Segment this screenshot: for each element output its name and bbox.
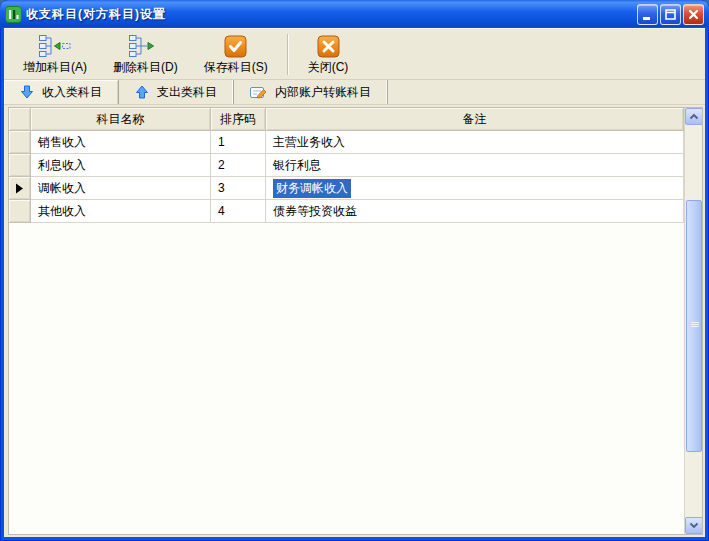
cell-sort-code[interactable]: 4 (211, 200, 266, 223)
cell-sort-code[interactable]: 1 (211, 131, 266, 154)
tab-internal-transfer-label: 内部账户转账科目 (275, 84, 371, 101)
title-bar: 收支科目(对方科目)设置 (0, 0, 709, 28)
current-row-indicator (15, 183, 24, 194)
app-icon (5, 6, 22, 23)
scrollbar-grip (691, 322, 699, 328)
cell-name[interactable]: 其他收入 (31, 200, 211, 223)
cell-remark[interactable]: 主营业务收入 (266, 131, 684, 154)
close-window-icon (687, 8, 700, 21)
close-x-icon (317, 34, 340, 58)
column-header-sort-code[interactable]: 排序码 (211, 108, 266, 131)
add-subject-label: 增加科目(A) (23, 59, 87, 76)
cell-name[interactable]: 销售收入 (31, 131, 211, 154)
tab-expense-label: 支出类科目 (157, 84, 217, 101)
row-selector[interactable] (9, 200, 31, 223)
window-content: 增加科目(A) 删除科目(D) (4, 28, 705, 537)
scroll-down-icon (689, 522, 699, 529)
tab-income-subjects[interactable]: 收入类科目 (4, 80, 119, 104)
delete-subject-icon (129, 34, 161, 58)
grid-table: 科目名称 排序码 备注 销售收入 1 主营业务收入 利息收入 2 银行利息 调帐… (9, 108, 684, 223)
cell-sort-code[interactable]: 3 (211, 177, 266, 200)
scrollbar-thumb[interactable] (686, 200, 702, 452)
tab-income-label: 收入类科目 (42, 84, 102, 101)
scroll-up-button[interactable] (685, 108, 703, 125)
close-button[interactable] (683, 4, 704, 25)
add-subject-button[interactable]: 增加科目(A) (10, 30, 100, 79)
row-selector[interactable] (9, 154, 31, 177)
toolbar: 增加科目(A) 删除科目(D) (4, 28, 705, 79)
delete-subject-label: 删除科目(D) (113, 59, 178, 76)
column-header-name[interactable]: 科目名称 (31, 108, 211, 131)
save-check-icon (224, 34, 247, 58)
subjects-grid: 科目名称 排序码 备注 销售收入 1 主营业务收入 利息收入 2 银行利息 调帐… (8, 107, 703, 535)
tab-internal-transfer-subjects[interactable]: 内部账户转账科目 (234, 80, 388, 104)
transfer-note-icon (250, 85, 267, 99)
close-form-label: 关闭(C) (308, 59, 349, 76)
row-selector-current[interactable] (9, 177, 31, 200)
selected-cell-text: 财务调帐收入 (273, 179, 351, 198)
cell-sort-code[interactable]: 2 (211, 154, 266, 177)
minimize-icon (641, 8, 654, 21)
vertical-scrollbar[interactable] (684, 108, 702, 534)
toolbar-separator (287, 34, 289, 75)
scroll-up-icon (689, 113, 699, 120)
scroll-down-button[interactable] (685, 517, 703, 534)
close-form-button[interactable]: 关闭(C) (295, 30, 362, 79)
cell-name[interactable]: 利息收入 (31, 154, 211, 177)
save-subject-button[interactable]: 保存科目(S) (191, 30, 281, 79)
column-header-remark[interactable]: 备注 (266, 108, 684, 131)
maximize-icon (664, 8, 677, 21)
delete-subject-button[interactable]: 删除科目(D) (100, 30, 191, 79)
row-selector-header (9, 108, 31, 131)
tab-bar: 收入类科目 支出类科目 内部账户转账科目 (4, 79, 705, 105)
tab-expense-subjects[interactable]: 支出类科目 (119, 80, 234, 104)
cell-remark-selected[interactable]: 财务调帐收入 (266, 177, 684, 200)
maximize-button[interactable] (660, 4, 681, 25)
blue-up-arrow-icon (135, 85, 149, 99)
add-subject-icon (39, 34, 71, 58)
save-subject-label: 保存科目(S) (204, 59, 268, 76)
cell-name[interactable]: 调帐收入 (31, 177, 211, 200)
app-window: 收支科目(对方科目)设置 (0, 0, 709, 541)
blue-down-arrow-icon (20, 85, 34, 99)
cell-remark[interactable]: 银行利息 (266, 154, 684, 177)
window-title: 收支科目(对方科目)设置 (26, 6, 637, 23)
row-selector[interactable] (9, 131, 31, 154)
minimize-button[interactable] (637, 4, 658, 25)
cell-remark[interactable]: 债券等投资收益 (266, 200, 684, 223)
